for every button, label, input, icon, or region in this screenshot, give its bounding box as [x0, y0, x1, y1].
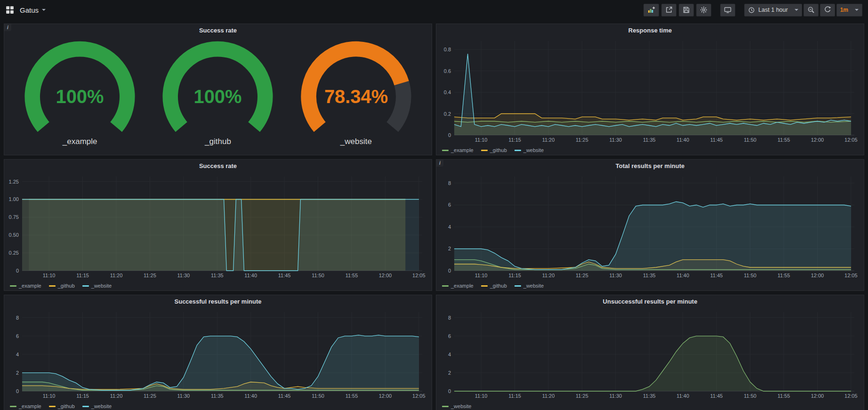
svg-text:11:55: 11:55 [778, 393, 790, 399]
legend-item-_github[interactable]: _github [481, 283, 507, 289]
legend: _example_github_website [436, 146, 864, 155]
legend-swatch [442, 285, 449, 287]
svg-text:11:25: 11:25 [144, 393, 156, 399]
unsuccessful-results-svg: 11:1011:1511:2011:2511:3011:3511:4011:45… [436, 307, 864, 401]
gauge-svg: 100% [153, 37, 282, 136]
time-range-button[interactable]: Last 1 hour [744, 4, 802, 16]
gauge-value: 100% [56, 86, 104, 107]
legend-item-_example[interactable]: _example [10, 283, 41, 289]
panel-title[interactable]: Success rate [4, 24, 432, 36]
gauge-value: 78.34% [324, 86, 388, 107]
svg-text:12:00: 12:00 [379, 393, 392, 399]
svg-text:11:55: 11:55 [778, 137, 790, 143]
panel-title[interactable]: Response time [436, 24, 864, 36]
svg-text:0.2: 0.2 [444, 111, 451, 117]
save-icon [683, 6, 690, 14]
series-area-_website [454, 202, 851, 271]
gear-icon [700, 6, 707, 14]
svg-text:0: 0 [448, 388, 451, 394]
svg-text:11:50: 11:50 [312, 273, 324, 278]
svg-text:11:20: 11:20 [110, 393, 123, 399]
success-rate-chart[interactable]: 11:1011:1511:2011:2511:3011:3511:4011:45… [4, 172, 432, 282]
svg-text:11:25: 11:25 [576, 393, 588, 399]
legend: _example_github_website [4, 402, 432, 410]
svg-text:11:50: 11:50 [744, 137, 756, 143]
svg-text:1.00: 1.00 [9, 196, 19, 202]
legend-item-_example[interactable]: _example [10, 403, 41, 409]
svg-text:11:35: 11:35 [643, 273, 656, 278]
legend-swatch [481, 150, 488, 151]
svg-text:11:25: 11:25 [144, 273, 156, 278]
tv-mode-button[interactable] [720, 4, 735, 16]
total-results-chart[interactable]: 11:1011:1511:2011:2511:3011:3511:4011:45… [436, 172, 864, 282]
success-rate-gauges[interactable]: 100%_example100%_github78.34%_website [4, 36, 432, 155]
panel-success-rate-timeseries: Success rate 11:1011:1511:2011:2511:3011… [4, 159, 432, 291]
svg-text:11:40: 11:40 [244, 393, 257, 399]
panel-successful-results: Successful results per minute 11:1011:15… [4, 295, 432, 410]
legend-item-_website[interactable]: _website [514, 283, 544, 289]
successful-results-chart[interactable]: 11:1011:1511:2011:2511:3011:3511:4011:45… [4, 307, 432, 402]
svg-text:11:15: 11:15 [508, 393, 521, 399]
gauge-value: 100% [194, 86, 242, 107]
panel-title[interactable]: Unsuccessful results per minute [436, 295, 864, 307]
legend-label: _github [58, 283, 75, 289]
response-time-chart[interactable]: 11:1011:1511:2011:2511:3011:3511:4011:45… [436, 36, 864, 146]
legend-item-_website[interactable]: _website [82, 283, 112, 289]
legend-label: _example [19, 403, 41, 409]
svg-text:0.8: 0.8 [444, 47, 451, 52]
svg-text:11:10: 11:10 [475, 137, 488, 143]
apps-grid-button[interactable] [6, 6, 14, 14]
add-panel-button[interactable] [643, 4, 659, 16]
panel-title[interactable]: Successful results per minute [4, 295, 432, 307]
refresh-interval-button[interactable]: 1m [836, 4, 862, 16]
legend-item-_website[interactable]: _website [82, 403, 112, 409]
legend-swatch [514, 150, 521, 151]
legend-item-_example[interactable]: _example [442, 147, 474, 153]
legend-item-_github[interactable]: _github [481, 147, 507, 153]
refresh-button[interactable] [820, 4, 835, 16]
legend-item-_github[interactable]: _github [49, 283, 75, 289]
chevron-down-icon [795, 9, 798, 11]
unsuccessful-results-chart[interactable]: 11:1011:1511:2011:2511:3011:3511:4011:45… [436, 307, 864, 402]
save-button[interactable] [679, 4, 694, 16]
legend-item-_website[interactable]: _website [514, 147, 544, 153]
dashboard-grid: i Success rate 100%_example100%_github78… [0, 20, 868, 410]
legend-label: _example [19, 283, 41, 289]
svg-text:8: 8 [16, 315, 19, 321]
success-rate-timeseries-svg: 11:1011:1511:2011:2511:3011:3511:4011:45… [4, 172, 432, 280]
svg-text:11:40: 11:40 [244, 273, 257, 278]
share-button[interactable] [661, 4, 676, 16]
info-icon[interactable]: i [4, 24, 11, 31]
svg-text:8: 8 [448, 315, 451, 321]
svg-text:0: 0 [448, 268, 451, 273]
svg-text:11:45: 11:45 [278, 393, 291, 399]
svg-text:0: 0 [16, 388, 19, 394]
info-icon[interactable]: i [436, 160, 443, 167]
legend-item-_website[interactable]: _website [442, 403, 471, 409]
svg-text:11:45: 11:45 [710, 393, 723, 399]
settings-button[interactable] [696, 4, 711, 16]
dashboard-title-dropdown[interactable]: Gatus [20, 6, 46, 14]
legend-label: _website [523, 283, 544, 289]
time-range-label: Last 1 hour [758, 7, 788, 13]
svg-text:11:50: 11:50 [312, 393, 324, 399]
svg-text:2: 2 [16, 370, 19, 376]
series-area-_website [22, 335, 419, 391]
zoom-out-button[interactable] [804, 4, 819, 16]
panel-title[interactable]: Total results per minute [436, 160, 864, 172]
clock-icon [748, 7, 755, 14]
gauge-_example: 100%_example [11, 37, 149, 146]
svg-text:11:10: 11:10 [475, 393, 488, 399]
legend-label: _website [91, 403, 112, 409]
svg-text:11:55: 11:55 [778, 273, 790, 278]
svg-text:4: 4 [448, 224, 451, 230]
svg-text:12:00: 12:00 [811, 273, 824, 278]
series-area-_website [22, 200, 419, 271]
legend-item-_github[interactable]: _github [49, 403, 75, 409]
legend-item-_example[interactable]: _example [442, 283, 474, 289]
navbar: Gatus [0, 0, 868, 20]
panel-title[interactable]: Success rate [4, 160, 432, 172]
svg-text:11:45: 11:45 [278, 273, 291, 278]
legend: _website [436, 402, 864, 410]
svg-text:11:30: 11:30 [609, 273, 622, 278]
